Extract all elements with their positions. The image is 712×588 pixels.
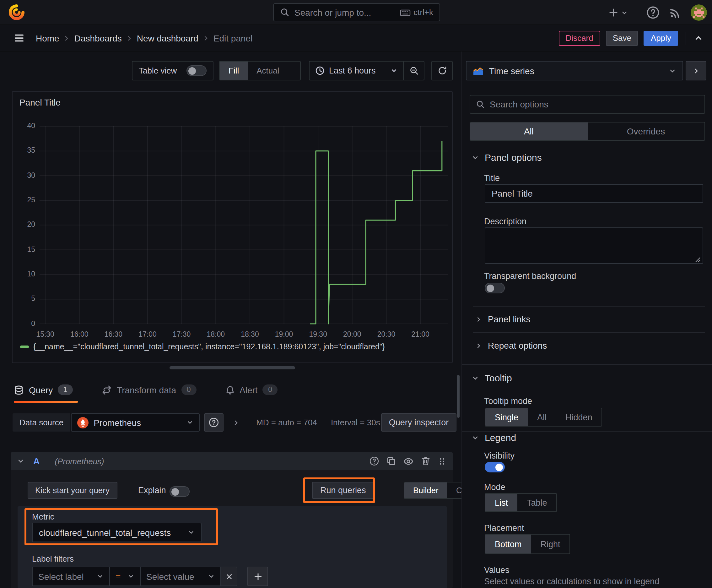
fill-option[interactable]: Fill xyxy=(220,62,248,80)
operator-dropdown[interactable]: = xyxy=(110,567,141,586)
breadcrumb-dashboards[interactable]: Dashboards xyxy=(74,33,122,43)
builder-option[interactable]: Builder xyxy=(404,482,447,498)
kick-start-query-button[interactable]: Kick start your query xyxy=(28,482,117,499)
tab-alert[interactable]: Alert 0 xyxy=(216,377,287,403)
explain-toggle[interactable] xyxy=(170,486,190,497)
breadcrumb-new-dashboard[interactable]: New dashboard xyxy=(137,33,198,43)
visualization-picker[interactable]: Time series xyxy=(466,61,683,80)
title-label: Title xyxy=(484,173,500,183)
y-tick: 15 xyxy=(14,245,35,253)
time-range-button[interactable]: Last 6 hours xyxy=(309,62,403,80)
y-tick: 30 xyxy=(14,171,35,179)
chevron-down-icon xyxy=(97,573,104,580)
expand-stats-icon[interactable] xyxy=(232,419,240,426)
transparent-background-toggle[interactable] xyxy=(485,283,505,293)
grafana-logo-icon[interactable] xyxy=(8,4,25,21)
time-series-icon xyxy=(473,66,483,75)
legend-mode-table[interactable]: Table xyxy=(517,494,557,511)
chevron-down-icon xyxy=(390,67,397,74)
chevron-right-icon xyxy=(126,34,133,42)
collapse-options-icon[interactable] xyxy=(694,33,703,43)
panel-title-input[interactable] xyxy=(485,184,703,203)
breadcrumb-home[interactable]: Home xyxy=(36,33,59,43)
duplicate-query-icon[interactable] xyxy=(386,456,396,466)
legend-placement-bottom[interactable]: Bottom xyxy=(486,534,531,553)
refresh-button[interactable] xyxy=(431,61,453,80)
user-avatar[interactable] xyxy=(691,4,707,21)
tab-query[interactable]: Query 1 xyxy=(14,377,82,403)
legend-swatch[interactable] xyxy=(20,345,29,348)
section-tooltip[interactable]: Tooltip xyxy=(472,373,512,383)
select-label-placeholder: Select label xyxy=(38,571,92,582)
delete-query-icon[interactable] xyxy=(421,456,431,466)
select-value-dropdown[interactable]: Select value xyxy=(141,567,221,586)
toggle-viz-picker-button[interactable] xyxy=(686,61,706,80)
discard-button[interactable]: Discard xyxy=(559,30,600,45)
add-filter-button[interactable] xyxy=(247,567,268,586)
edit-panel-main: Table view Fill Actual Last 6 hours Pane… xyxy=(0,51,461,588)
options-search[interactable] xyxy=(470,95,705,114)
clock-icon xyxy=(315,66,325,76)
section-panel-links[interactable]: Panel links xyxy=(475,314,530,324)
new-menu-button[interactable] xyxy=(608,7,628,18)
remove-filter-button[interactable] xyxy=(221,567,237,586)
description-textarea[interactable] xyxy=(485,227,703,264)
bell-icon xyxy=(225,385,235,395)
options-search-input[interactable] xyxy=(490,99,699,109)
query-help-icon[interactable] xyxy=(369,456,379,466)
label-filters-label: Label filters xyxy=(32,554,74,564)
tooltip-mode-switch: Single All Hidden xyxy=(485,408,602,426)
legend-mode-list[interactable]: List xyxy=(486,494,517,511)
resize-drag-handle[interactable] xyxy=(170,366,295,370)
panel-options-heading: Panel options xyxy=(485,152,542,163)
hide-query-icon[interactable] xyxy=(403,456,414,466)
query-row-header[interactable]: A (Prometheus) xyxy=(11,452,453,470)
chevron-down-icon xyxy=(472,374,479,382)
datasource-help-button[interactable] xyxy=(204,413,223,432)
global-search[interactable]: ctrl+k xyxy=(273,3,440,21)
metric-select[interactable]: cloudflared_tunnel_total_requests xyxy=(32,523,201,542)
alert-count-badge: 0 xyxy=(263,384,278,395)
datasource-picker[interactable]: Prometheus xyxy=(71,413,200,432)
legend-label[interactable]: {__name__="cloudflared_tunnel_total_requ… xyxy=(33,342,385,351)
x-tick: 16:30 xyxy=(98,331,129,338)
chevron-down-icon xyxy=(472,153,479,161)
run-queries-button[interactable]: Run queries xyxy=(312,482,374,499)
tooltip-mode-all[interactable]: All xyxy=(528,408,556,426)
visual-query-builder: Metric cloudflared_tunnel_total_requests… xyxy=(18,506,447,588)
save-button[interactable]: Save xyxy=(606,30,638,45)
news-rss-icon[interactable] xyxy=(669,6,682,19)
legend-visibility-toggle[interactable] xyxy=(485,462,505,472)
tooltip-mode-single[interactable]: Single xyxy=(486,408,528,426)
panel-title[interactable]: Panel Title xyxy=(19,97,61,107)
apply-button[interactable]: Apply xyxy=(644,30,678,45)
menu-icon[interactable] xyxy=(14,33,24,43)
tab-all[interactable]: All xyxy=(470,123,587,140)
actual-option[interactable]: Actual xyxy=(248,62,288,80)
select-label-dropdown[interactable]: Select label xyxy=(32,567,110,586)
divider xyxy=(462,364,712,365)
search-input[interactable] xyxy=(295,7,400,17)
tooltip-mode-hidden[interactable]: Hidden xyxy=(556,408,602,426)
chevron-down-icon xyxy=(208,573,215,580)
legend-placement-right[interactable]: Right xyxy=(531,534,570,553)
drag-query-handle-icon[interactable] xyxy=(438,456,447,466)
tab-transform[interactable]: Transform data 0 xyxy=(93,377,205,403)
x-tick: 21:00 xyxy=(405,331,436,338)
help-icon[interactable] xyxy=(646,6,660,19)
section-repeat-options[interactable]: Repeat options xyxy=(475,340,547,351)
tab-overrides[interactable]: Overrides xyxy=(587,123,705,140)
query-ref-id: A xyxy=(33,456,40,466)
keyboard-icon xyxy=(400,8,410,17)
zoom-out-time-button[interactable] xyxy=(403,62,424,80)
time-series-chart[interactable] xyxy=(38,123,449,327)
legend-placement-label: Placement xyxy=(484,523,524,533)
y-tick: 20 xyxy=(14,221,35,228)
breadcrumb-bar: Home Dashboards New dashboard Edit panel… xyxy=(0,25,712,51)
section-panel-options[interactable]: Panel options xyxy=(472,152,542,163)
query-tabs-bar: Query 1 Transform data 0 Alert 0 xyxy=(0,377,461,403)
table-view-toggle[interactable] xyxy=(187,65,207,76)
query-inspector-button[interactable]: Query inspector xyxy=(382,413,456,432)
plus-icon xyxy=(608,7,619,18)
section-legend[interactable]: Legend xyxy=(472,432,516,443)
